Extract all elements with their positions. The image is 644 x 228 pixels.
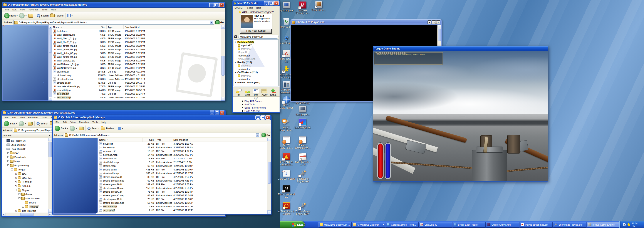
find-your-school-button[interactable]: Find Your School	[241, 29, 272, 33]
group-arrow-icon[interactable]: ▾	[235, 41, 237, 43]
file-row[interactable]: streets.map 60 KB Linker Address Map 4/2…	[98, 164, 267, 168]
maximize-button[interactable]	[260, 115, 265, 120]
column-header-type[interactable]: Type	[155, 138, 172, 142]
buddy-list-item[interactable]: ▾ Co-Workers (2/11)	[235, 71, 274, 74]
aim-toolbar-button[interactable]: Setup	[270, 89, 276, 96]
file-row[interactable]: streets-groupB.dif 189 KB DIF File 4/25/…	[98, 182, 267, 186]
file-row[interactable]: newmap.map 14 KB Linker Address Map 3/29…	[98, 153, 267, 157]
buddy-list-item[interactable]: ▾ markviiister	[235, 67, 274, 71]
views-button[interactable]: ▾	[67, 14, 72, 17]
minimize-button[interactable]	[210, 111, 214, 115]
file-row[interactable]: streets-groupD.dif 73 KB DIF File 4/25/2…	[98, 197, 267, 201]
buddy-list-item[interactable]: ▾ Mobile Device (3/27)	[235, 81, 274, 84]
maximize-button[interactable]: □	[432, 20, 436, 24]
taskbar-task-button[interactable]: UltraEdit-32 ▾	[419, 222, 452, 227]
menu-item[interactable]: View	[69, 121, 78, 124]
maximize-button[interactable]	[269, 1, 274, 5]
menu-item[interactable]: Edit	[61, 121, 69, 124]
tree-item[interactable]: Tips-Tutorials	[2, 209, 52, 213]
tree-toggle[interactable]	[8, 164, 9, 166]
desktop-icon[interactable]: Shortcut to Playas.exe	[293, 170, 312, 183]
titlebar[interactable]: D:\Programming\Torque\Playas\Game\playas…	[2, 2, 225, 7]
tree-toggle[interactable]	[8, 160, 9, 162]
tree-toggle[interactable]	[15, 210, 17, 212]
menu-item[interactable]: Help	[256, 6, 261, 9]
file-row[interactable]: streets-groupA.map 69 KB Linker Address …	[98, 179, 267, 182]
menu-item[interactable]: Favorites	[27, 8, 40, 11]
aim-link[interactable]: Add Tools	[242, 103, 271, 106]
tree-item[interactable]: Misc Sources	[2, 196, 52, 200]
task-pane-scrollbar[interactable]: ▲▼	[48, 25, 52, 101]
close-button[interactable]	[266, 115, 270, 120]
tree-item[interactable]: streets	[2, 200, 52, 205]
menu-item[interactable]: People	[246, 6, 253, 9]
menu-item[interactable]: Tools	[40, 116, 49, 119]
tree-item[interactable]: Programming	[2, 163, 52, 167]
taskbar-task-button[interactable]: Shortcut to Playas.exe ▾	[553, 222, 586, 227]
tree-item[interactable]: Torque	[2, 167, 52, 172]
maximize-button[interactable]	[214, 2, 219, 7]
up-button[interactable]	[28, 14, 33, 18]
start-button[interactable]: start	[280, 221, 304, 228]
tree-toggle[interactable]	[11, 168, 13, 170]
menu-item[interactable]: Tools	[91, 121, 100, 124]
aim-toolbar-button[interactable]: Chat	[244, 89, 250, 96]
titlebar[interactable]: MeatX10's Budd...	[233, 0, 280, 6]
file-row[interactable]: Wall_girder_01.jpg 5 KB JPEG Image 1/17/…	[52, 44, 221, 48]
menu-item[interactable]: Help	[49, 8, 58, 11]
address-input[interactable]: C:\QuArK 6.3\torque\tmpQuArK\maps ▼	[64, 133, 260, 137]
menu-item[interactable]: Help	[100, 121, 108, 124]
buddy-list-item[interactable]: ▾ bmoyer00	[235, 64, 274, 68]
file-row[interactable]: Wall_block01.jpg 6 KB JPEG Image 1/17/20…	[52, 33, 221, 36]
up-button[interactable]	[28, 122, 33, 125]
file-row[interactable]: sect-std.dif 7 KB DIF File 4/25/2005 11:…	[98, 208, 267, 212]
taskbar-task-button[interactable]: Playas street map.pdf ▾	[520, 222, 552, 227]
search-button[interactable]: Search	[87, 126, 99, 130]
taskbar-task-button[interactable]: Torque Game Engine ▾	[586, 222, 620, 227]
close-button[interactable]	[220, 111, 224, 115]
place-link[interactable]: My Computer	[56, 193, 94, 197]
file-row[interactable]: sect-std.map 4 KB Linker Address Map 4/2…	[52, 96, 221, 99]
file-row[interactable]: sect-std.map 4 KB Linker Address Map 4/2…	[98, 205, 267, 208]
column-header-size[interactable]: Size	[142, 138, 155, 142]
folders-button[interactable]: Folders	[101, 127, 114, 130]
file-row[interactable]: Wall_filler2_01.jpg 3 KB JPEG Image 1/17…	[52, 40, 221, 44]
file-row[interactable]: newmap.dif 15 KB DIF File 3/29/2005 4:27…	[98, 149, 267, 153]
aim-toolbar-button[interactable]: Away	[262, 89, 268, 96]
address-dropdown[interactable]: ▼	[256, 133, 259, 137]
taskbar-task-button[interactable]: BNBT EasyTracker ▾	[452, 222, 486, 227]
menu-item[interactable]: View	[18, 116, 26, 119]
tree-item[interactable]: DEMstuff	[2, 180, 52, 184]
file-list-scrollbar[interactable]: ▲▼	[267, 138, 271, 214]
menu-item[interactable]: Tools	[40, 8, 50, 11]
aim-ad-banner[interactable]: Find outwhat happened to your old friend…	[240, 14, 272, 34]
buddy-list-item[interactable]: ▾ markviiister	[235, 54, 274, 57]
aim-link[interactable]: Play AIM Games	[242, 100, 271, 103]
close-button[interactable]	[274, 1, 279, 5]
close-button[interactable]	[219, 2, 224, 7]
file-row[interactable]: Wall_girder_02.jpg 5 KB JPEG Image 1/17/…	[52, 48, 221, 51]
group-arrow-icon[interactable]: ▾	[235, 71, 237, 73]
column-header-date[interactable]: Date Modified	[172, 138, 193, 142]
folders-button[interactable]: Folders	[50, 14, 64, 17]
taskbar-task-button[interactable]: MeatX10's Buddy List ... ▾	[318, 222, 351, 227]
tree-item[interactable]: GIS data	[2, 184, 52, 188]
taskbar-task-button[interactable]: 6 Windows Explorer ▾	[352, 222, 385, 227]
tree-toggle[interactable]	[15, 177, 17, 179]
desktop-icon[interactable]: flashplayer...	[293, 106, 312, 116]
buddy-list-item[interactable]: ▾ Buddies (5/30)	[235, 40, 274, 44]
minimize-button[interactable]	[209, 2, 214, 7]
buddy-list-item[interactable]: ▾ bmoyer00	[235, 47, 274, 51]
file-row[interactable]: streets-groupD.map 57 KB Linker Address …	[98, 201, 267, 205]
tree-toggle[interactable]	[8, 152, 9, 154]
address-input[interactable]: D:\Programming\Torque\Playas\Game\playas…	[14, 20, 214, 24]
tree-item[interactable]: Game	[2, 192, 52, 196]
desktop-icon[interactable]: McAfee - Computer Vi...	[293, 136, 312, 149]
game-viewport[interactable]: Welcome to the Torque demo app Fresh Mea…	[373, 51, 548, 181]
tree-item[interactable]: CAD	[2, 151, 52, 155]
tray-chevron-icon[interactable]: ◀	[623, 223, 626, 226]
file-row[interactable]: Wall_filler1_01.jpg 4 KB JPEG Image 1/17…	[52, 36, 221, 40]
desktop-icon[interactable]: Maya Unlimited 5.0	[276, 185, 296, 198]
aim-toolbar-button[interactable]: Info	[253, 89, 259, 96]
desktop-icon[interactable]: Torque Game Engine SDK	[293, 202, 312, 215]
